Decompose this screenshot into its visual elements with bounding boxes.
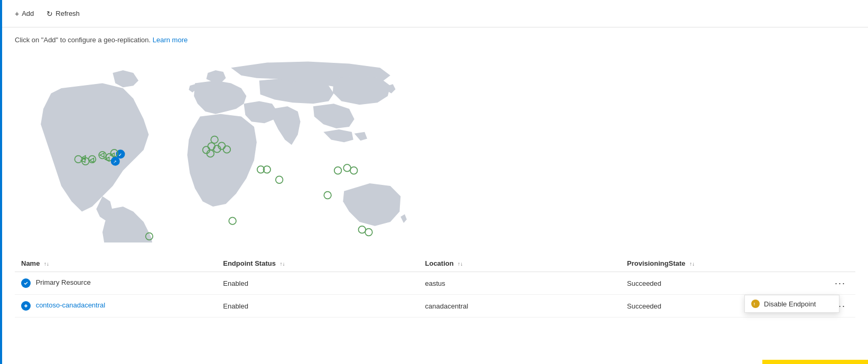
sort-icon-name: ↑↓ [44, 261, 49, 267]
info-text: Click on "Add" to configure a geo-replic… [15, 36, 855, 44]
cell-name-secondary: contoso-canadacentral [15, 295, 217, 318]
svg-point-26 [276, 176, 283, 183]
cell-actions-primary: ··· [823, 272, 855, 295]
left-accent [0, 0, 2, 364]
sort-icon-provisioning: ↑↓ [689, 261, 695, 267]
cell-actions-secondary: ··· ! Disa [823, 295, 855, 318]
add-label: Add [22, 10, 34, 17]
col-header-actions [823, 255, 855, 272]
disable-endpoint-menu-item[interactable]: ! Disable Endpoint [745, 295, 839, 312]
context-menu: ! Disable Endpoint [744, 295, 839, 313]
replication-table: Name ↑↓ Endpoint Status ↑↓ Location ↑↓ [15, 255, 855, 318]
svg-point-33 [358, 226, 366, 234]
col-header-provisioning[interactable]: ProvisioningState ↑↓ [621, 255, 823, 272]
content-area: Click on "Add" to configure a geo-replic… [2, 27, 868, 326]
yellow-bar [762, 360, 868, 364]
table: Name ↑↓ Endpoint Status ↑↓ Location ↑↓ [15, 255, 855, 318]
cell-status-secondary: Enabled [217, 295, 418, 318]
svg-point-27 [334, 167, 342, 174]
disable-endpoint-icon: ! [751, 300, 760, 308]
cell-status-primary: Enabled [217, 272, 418, 295]
more-options-primary[interactable]: ··· [832, 277, 849, 289]
svg-point-34 [365, 229, 372, 236]
svg-text:!: ! [754, 302, 755, 306]
cell-name-primary: Primary Resource [15, 272, 217, 295]
cell-location-secondary: canadacentral [419, 295, 621, 318]
toolbar: + Add ↻ Refresh [2, 0, 868, 27]
primary-resource-name: Primary Resource [36, 278, 91, 286]
refresh-button[interactable]: ↻ Refresh [42, 7, 84, 20]
refresh-label: Refresh [55, 10, 80, 17]
sort-icon-location: ↑↓ [458, 261, 463, 267]
svg-point-31 [229, 217, 236, 225]
world-map: ✓ ↗ [15, 52, 416, 242]
table-row: Primary Resource Enabled eastus Succeede… [15, 272, 855, 295]
svg-point-28 [343, 164, 351, 172]
col-header-name[interactable]: Name ↑↓ [15, 255, 217, 272]
primary-resource-icon [21, 278, 31, 288]
svg-point-29 [350, 167, 358, 174]
cell-state-primary: Succeeded [621, 272, 823, 295]
secondary-resource-name[interactable]: contoso-canadacentral [36, 301, 106, 309]
col-header-endpoint-status[interactable]: Endpoint Status ↑↓ [217, 255, 418, 272]
table-header-row: Name ↑↓ Endpoint Status ↑↓ Location ↑↓ [15, 255, 855, 272]
plus-icon: + [15, 10, 19, 18]
cell-location-primary: eastus [419, 272, 621, 295]
col-header-location[interactable]: Location ↑↓ [419, 255, 621, 272]
learn-more-link[interactable]: Learn more [153, 36, 188, 44]
disable-endpoint-label: Disable Endpoint [764, 300, 816, 308]
svg-text:✓: ✓ [118, 153, 122, 157]
sort-icon-status: ↑↓ [280, 261, 285, 267]
svg-point-30 [324, 192, 331, 199]
refresh-icon: ↻ [46, 10, 53, 18]
svg-text:↗: ↗ [113, 160, 117, 164]
table-row: contoso-canadacentral Enabled canadacent… [15, 295, 855, 318]
add-button[interactable]: + Add [11, 7, 38, 20]
secondary-resource-icon [21, 301, 31, 311]
map-svg: ✓ ↗ [15, 52, 416, 242]
